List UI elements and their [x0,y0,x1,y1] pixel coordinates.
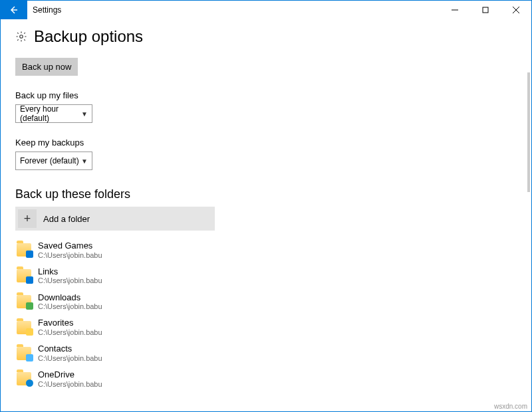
folder-icon [17,321,31,334]
add-folder-button[interactable]: + Add a folder [15,207,215,231]
folder-name: Links [38,266,102,277]
folder-item[interactable]: LinksC:\Users\jobin.babu [15,263,517,289]
folder-path: C:\Users\jobin.babu [38,251,102,260]
maximize-button[interactable] [470,1,501,19]
minimize-icon [452,7,458,13]
folder-icon [17,269,31,282]
folder-text: Saved GamesC:\Users\jobin.babu [38,241,102,260]
svg-point-4 [20,35,23,39]
folder-item[interactable]: FavoritesC:\Users\jobin.babu [15,314,517,340]
close-button[interactable] [501,1,531,19]
minimize-button[interactable] [440,1,470,19]
folder-text: DownloadsC:\Users\jobin.babu [38,292,102,312]
window-title: Settings [27,1,440,19]
folder-text: OneDriveC:\Users\jobin.babu [38,369,102,389]
gear-icon [15,31,27,43]
folder-badge-icon [26,302,33,310]
close-icon [513,7,519,13]
folder-text: FavoritesC:\Users\jobin.babu [38,318,102,337]
content-area: Backup options Back up now Back up my fi… [1,19,531,391]
folder-icon [17,372,31,385]
backup-frequency-value: Every hour (default) [20,104,81,123]
keep-backups-select[interactable]: Forever (default) ▼ [15,152,92,170]
folder-name: OneDrive [38,369,102,380]
backup-frequency-block: Back up my files Every hour (default) ▼ [15,90,517,123]
backup-frequency-select[interactable]: Every hour (default) ▼ [15,104,92,123]
window-controls [440,1,531,19]
keep-backups-block: Keep my backups Forever (default) ▼ [15,138,517,170]
add-folder-label: Add a folder [43,214,90,224]
folder-name: Downloads [38,292,102,303]
folder-path: C:\Users\jobin.babu [38,276,102,285]
folder-badge-icon [26,276,33,284]
folder-icon [17,243,31,257]
folder-path: C:\Users\jobin.babu [38,302,102,311]
folders-heading: Back up these folders [15,187,517,201]
folder-item[interactable]: ContactsC:\Users\jobin.babu [15,340,517,366]
watermark: wsxdn.com [494,403,527,410]
folder-badge-icon [26,328,33,336]
folder-badge-icon [26,354,33,361]
folder-path: C:\Users\jobin.babu [38,354,102,363]
arrow-left-icon [9,5,19,15]
folder-name: Contacts [38,344,102,354]
settings-window: Settings Backup options Back up now Back… [0,0,532,412]
backup-frequency-label: Back up my files [15,90,517,100]
page-header: Backup options [15,27,517,46]
chevron-down-icon: ▼ [81,157,88,165]
folder-item[interactable]: OneDriveC:\Users\jobin.babu [15,366,517,391]
scrollbar[interactable] [527,72,530,192]
folder-path: C:\Users\jobin.babu [38,380,102,389]
svg-rect-1 [483,7,488,13]
backup-now-button[interactable]: Back up now [15,58,78,76]
back-button[interactable] [1,1,27,19]
folder-name: Favorites [38,318,102,328]
chevron-down-icon: ▼ [81,110,88,118]
page-title: Backup options [34,27,143,46]
folder-path: C:\Users\jobin.babu [38,328,102,337]
folder-badge-icon [26,251,33,258]
folder-text: LinksC:\Users\jobin.babu [38,266,102,286]
folder-badge-icon [26,379,33,387]
folder-list: Saved GamesC:\Users\jobin.babuLinksC:\Us… [15,237,517,391]
folder-text: ContactsC:\Users\jobin.babu [38,344,102,363]
maximize-icon [482,7,489,13]
keep-backups-value: Forever (default) [20,156,79,165]
folder-icon [17,347,31,360]
keep-backups-label: Keep my backups [15,138,517,148]
folder-item[interactable]: DownloadsC:\Users\jobin.babu [15,289,517,315]
title-bar: Settings [1,1,531,19]
folder-item[interactable]: Saved GamesC:\Users\jobin.babu [15,237,517,263]
folder-name: Saved Games [38,241,102,251]
plus-icon: + [18,209,37,228]
folder-icon [17,295,31,308]
